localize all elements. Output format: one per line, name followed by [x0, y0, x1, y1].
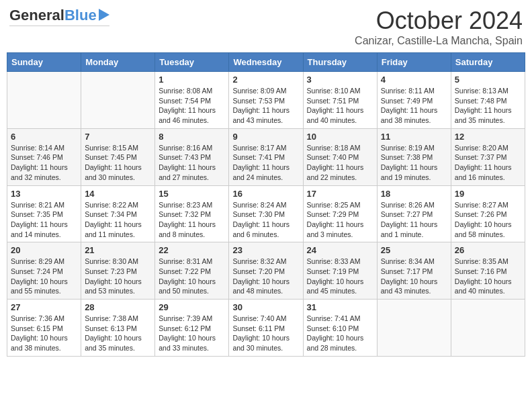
- calendar-cell: 14Sunrise: 8:22 AM Sunset: 7:34 PM Dayli…: [81, 185, 155, 242]
- day-number: 4: [381, 75, 447, 85]
- day-number: 17: [307, 189, 373, 199]
- calendar-cell: 9Sunrise: 8:17 AM Sunset: 7:41 PM Daylig…: [229, 128, 303, 185]
- day-info: Sunrise: 8:14 AM Sunset: 7:46 PM Dayligh…: [11, 143, 77, 183]
- day-info: Sunrise: 7:36 AM Sunset: 6:15 PM Dayligh…: [11, 314, 77, 353]
- day-number: 16: [232, 189, 299, 199]
- calendar-cell: 15Sunrise: 8:23 AM Sunset: 7:32 PM Dayli…: [155, 185, 229, 242]
- day-info: Sunrise: 7:38 AM Sunset: 6:13 PM Dayligh…: [85, 314, 151, 353]
- day-number: 18: [381, 189, 447, 199]
- day-info: Sunrise: 8:26 AM Sunset: 7:27 PM Dayligh…: [381, 200, 447, 240]
- day-info: Sunrise: 8:23 AM Sunset: 7:32 PM Dayligh…: [159, 200, 225, 240]
- calendar-week-2: 6Sunrise: 8:14 AM Sunset: 7:46 PM Daylig…: [7, 128, 525, 185]
- day-info: Sunrise: 8:09 AM Sunset: 7:53 PM Dayligh…: [232, 86, 299, 126]
- calendar-cell: [7, 72, 81, 129]
- calendar-cell: 13Sunrise: 8:21 AM Sunset: 7:35 PM Dayli…: [7, 185, 81, 242]
- calendar-cell: 8Sunrise: 8:16 AM Sunset: 7:43 PM Daylig…: [155, 128, 229, 185]
- logo-blue: Blue: [64, 7, 97, 24]
- day-number: 23: [232, 245, 299, 255]
- calendar-cell: 21Sunrise: 8:30 AM Sunset: 7:23 PM Dayli…: [81, 242, 155, 300]
- weekday-header-thursday: Thursday: [303, 53, 377, 72]
- day-info: Sunrise: 8:16 AM Sunset: 7:43 PM Dayligh…: [159, 143, 225, 183]
- calendar-cell: 10Sunrise: 8:18 AM Sunset: 7:40 PM Dayli…: [303, 128, 377, 185]
- calendar-cell: 18Sunrise: 8:26 AM Sunset: 7:27 PM Dayli…: [377, 185, 451, 242]
- day-number: 31: [307, 302, 373, 312]
- calendar-cell: 24Sunrise: 8:33 AM Sunset: 7:19 PM Dayli…: [303, 242, 377, 300]
- day-number: 20: [11, 245, 77, 255]
- calendar-cell: 2Sunrise: 8:09 AM Sunset: 7:53 PM Daylig…: [229, 72, 303, 129]
- day-info: Sunrise: 8:17 AM Sunset: 7:41 PM Dayligh…: [232, 143, 299, 183]
- calendar-week-5: 27Sunrise: 7:36 AM Sunset: 6:15 PM Dayli…: [7, 300, 525, 357]
- calendar-cell: 19Sunrise: 8:27 AM Sunset: 7:26 PM Dayli…: [451, 185, 525, 242]
- calendar-cell: [81, 72, 155, 129]
- calendar-week-3: 13Sunrise: 8:21 AM Sunset: 7:35 PM Dayli…: [7, 185, 525, 242]
- calendar-cell: 22Sunrise: 8:31 AM Sunset: 7:22 PM Dayli…: [155, 242, 229, 300]
- day-number: 8: [159, 132, 225, 142]
- day-info: Sunrise: 8:24 AM Sunset: 7:30 PM Dayligh…: [232, 200, 299, 240]
- calendar-cell: 7Sunrise: 8:15 AM Sunset: 7:45 PM Daylig…: [81, 128, 155, 185]
- day-number: 1: [159, 75, 225, 85]
- calendar-cell: 27Sunrise: 7:36 AM Sunset: 6:15 PM Dayli…: [7, 300, 81, 357]
- day-info: Sunrise: 8:15 AM Sunset: 7:45 PM Dayligh…: [85, 143, 151, 183]
- month-title: October 2024: [355, 7, 523, 35]
- day-info: Sunrise: 7:41 AM Sunset: 6:10 PM Dayligh…: [307, 314, 373, 353]
- day-info: Sunrise: 8:20 AM Sunset: 7:37 PM Dayligh…: [455, 143, 521, 183]
- day-info: Sunrise: 7:40 AM Sunset: 6:11 PM Dayligh…: [232, 314, 299, 353]
- day-info: Sunrise: 8:32 AM Sunset: 7:20 PM Dayligh…: [232, 257, 299, 296]
- day-number: 7: [85, 132, 151, 142]
- calendar-cell: [451, 300, 525, 357]
- day-info: Sunrise: 8:31 AM Sunset: 7:22 PM Dayligh…: [159, 257, 225, 296]
- day-number: 26: [455, 245, 521, 255]
- day-number: 3: [307, 75, 373, 85]
- day-info: Sunrise: 8:11 AM Sunset: 7:49 PM Dayligh…: [381, 86, 447, 126]
- day-number: 2: [232, 75, 299, 85]
- day-info: Sunrise: 8:27 AM Sunset: 7:26 PM Dayligh…: [455, 200, 521, 240]
- day-info: Sunrise: 8:18 AM Sunset: 7:40 PM Dayligh…: [307, 143, 373, 183]
- day-info: Sunrise: 7:39 AM Sunset: 6:12 PM Dayligh…: [159, 314, 225, 353]
- day-info: Sunrise: 8:21 AM Sunset: 7:35 PM Dayligh…: [11, 200, 77, 240]
- calendar-table: SundayMondayTuesdayWednesdayThursdayFrid…: [7, 52, 525, 357]
- day-number: 21: [85, 245, 151, 255]
- logo-general: General: [9, 7, 64, 24]
- calendar-cell: 12Sunrise: 8:20 AM Sunset: 7:37 PM Dayli…: [451, 128, 525, 185]
- day-number: 22: [159, 245, 225, 255]
- day-info: Sunrise: 8:13 AM Sunset: 7:48 PM Dayligh…: [455, 86, 521, 126]
- title-block: October 2024 Canizar, Castille-La Mancha…: [355, 7, 523, 47]
- calendar-cell: 25Sunrise: 8:34 AM Sunset: 7:17 PM Dayli…: [377, 242, 451, 300]
- day-number: 10: [307, 132, 373, 142]
- weekday-header-saturday: Saturday: [451, 53, 525, 72]
- day-info: Sunrise: 8:19 AM Sunset: 7:38 PM Dayligh…: [381, 143, 447, 183]
- calendar-cell: 1Sunrise: 8:08 AM Sunset: 7:54 PM Daylig…: [155, 72, 229, 129]
- day-number: 19: [455, 189, 521, 199]
- logo-arrow-icon: [99, 9, 109, 21]
- location-title: Canizar, Castille-La Mancha, Spain: [355, 35, 523, 47]
- day-number: 9: [232, 132, 299, 142]
- calendar-cell: [377, 300, 451, 357]
- calendar-week-1: 1Sunrise: 8:08 AM Sunset: 7:54 PM Daylig…: [7, 72, 525, 129]
- day-info: Sunrise: 8:08 AM Sunset: 7:54 PM Dayligh…: [159, 86, 225, 126]
- day-info: Sunrise: 8:34 AM Sunset: 7:17 PM Dayligh…: [381, 257, 447, 296]
- page-header: General Blue October 2024 Canizar, Casti…: [7, 7, 525, 47]
- day-number: 14: [85, 189, 151, 199]
- day-info: Sunrise: 8:10 AM Sunset: 7:51 PM Dayligh…: [307, 86, 373, 126]
- calendar-cell: 20Sunrise: 8:29 AM Sunset: 7:24 PM Dayli…: [7, 242, 81, 300]
- day-info: Sunrise: 8:30 AM Sunset: 7:23 PM Dayligh…: [85, 257, 151, 296]
- day-number: 11: [381, 132, 447, 142]
- weekday-header-sunday: Sunday: [7, 53, 81, 72]
- calendar-cell: 11Sunrise: 8:19 AM Sunset: 7:38 PM Dayli…: [377, 128, 451, 185]
- calendar-cell: 4Sunrise: 8:11 AM Sunset: 7:49 PM Daylig…: [377, 72, 451, 129]
- calendar-cell: 6Sunrise: 8:14 AM Sunset: 7:46 PM Daylig…: [7, 128, 81, 185]
- calendar-cell: 26Sunrise: 8:35 AM Sunset: 7:16 PM Dayli…: [451, 242, 525, 300]
- calendar-cell: 16Sunrise: 8:24 AM Sunset: 7:30 PM Dayli…: [229, 185, 303, 242]
- day-number: 25: [381, 245, 447, 255]
- weekday-header-tuesday: Tuesday: [155, 53, 229, 72]
- day-number: 28: [85, 302, 151, 312]
- day-number: 13: [11, 189, 77, 199]
- calendar-cell: 17Sunrise: 8:25 AM Sunset: 7:29 PM Dayli…: [303, 185, 377, 242]
- day-number: 27: [11, 302, 77, 312]
- day-number: 24: [307, 245, 373, 255]
- calendar-cell: 29Sunrise: 7:39 AM Sunset: 6:12 PM Dayli…: [155, 300, 229, 357]
- day-info: Sunrise: 8:33 AM Sunset: 7:19 PM Dayligh…: [307, 257, 373, 296]
- weekday-header-friday: Friday: [377, 53, 451, 72]
- day-number: 15: [159, 189, 225, 199]
- calendar-cell: 23Sunrise: 8:32 AM Sunset: 7:20 PM Dayli…: [229, 242, 303, 300]
